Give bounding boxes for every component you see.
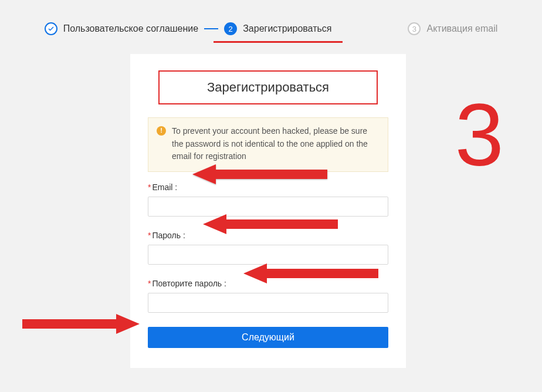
exclamation-icon: !	[157, 126, 166, 136]
registration-stepper: Пользовательское соглашение 2 Зарегистри…	[0, 0, 542, 47]
step-number-badge: 3	[408, 22, 421, 35]
card-title: Зарегистрироваться	[158, 70, 378, 104]
annotation-step-number: 3	[455, 91, 504, 179]
confirm-password-field-group: *Повторите пароль :	[148, 279, 388, 313]
checkmark-icon	[45, 22, 57, 35]
step-agreement-label: Пользовательское соглашение	[63, 23, 198, 34]
password-label: *Пароль :	[148, 231, 388, 240]
svg-marker-3	[22, 314, 140, 334]
active-step-underline	[214, 41, 343, 43]
email-input[interactable]	[148, 197, 388, 217]
step-register: 2 Зарегистрироваться	[224, 22, 331, 35]
registration-card: Зарегистрироваться ! To prevent your acc…	[130, 54, 406, 368]
password-field-group: *Пароль :	[148, 231, 388, 265]
email-field-group: *Email :	[148, 183, 388, 217]
step-register-label: Зарегистрироваться	[243, 23, 331, 34]
email-label: *Email :	[148, 183, 388, 192]
step-agreement: Пользовательское соглашение	[45, 22, 198, 35]
step-connector	[204, 28, 218, 29]
step-activation: 3 Активация email	[408, 22, 497, 35]
confirm-password-label: *Повторите пароль :	[148, 279, 388, 288]
annotation-arrow-icon	[22, 311, 145, 346]
step-number-badge: 2	[224, 22, 237, 35]
confirm-password-input[interactable]	[148, 293, 388, 313]
security-warning: ! To prevent your account been hacked, p…	[148, 117, 388, 172]
next-button[interactable]: Следующий	[148, 327, 388, 348]
warning-text: To prevent your account been hacked, ple…	[172, 125, 380, 163]
step-activation-label: Активация email	[426, 23, 497, 34]
password-input[interactable]	[148, 245, 388, 265]
